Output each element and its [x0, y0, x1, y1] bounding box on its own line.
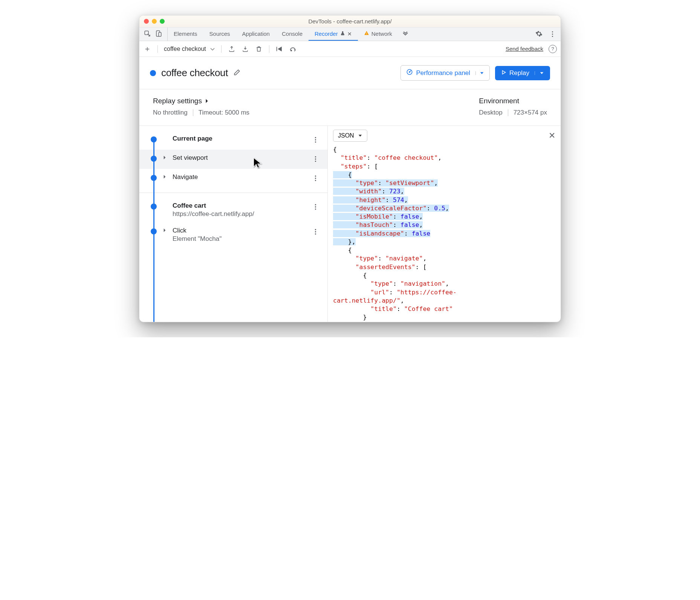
tab-application[interactable]: Application [236, 28, 276, 41]
env-size: 723×574 px [514, 109, 547, 116]
steps-panel: Current pageSet viewportNavigateCoffee c… [139, 126, 328, 322]
svg-point-20 [315, 229, 316, 230]
settings-gear-icon[interactable] [535, 30, 543, 38]
step-over-icon[interactable] [275, 46, 284, 52]
expand-step-icon[interactable] [163, 228, 167, 233]
tab-console[interactable]: Console [276, 28, 309, 41]
send-feedback-link[interactable]: Send feedback [506, 46, 543, 52]
gauge-icon [406, 69, 413, 77]
inspect-element-icon[interactable] [144, 30, 151, 38]
import-icon[interactable] [241, 46, 249, 52]
step-menu-icon[interactable] [315, 175, 322, 184]
step-title: Coffee cart [173, 202, 309, 210]
replay-button[interactable]: Replay [495, 66, 550, 80]
tabs-overflow[interactable] [398, 28, 413, 41]
device-toggle-icon[interactable] [155, 30, 162, 38]
timeout-value: Timeout: 5000 ms [199, 109, 249, 116]
warning-icon [364, 31, 369, 37]
recording-status-dot [150, 70, 156, 76]
step-title: Current page [173, 135, 309, 142]
throttling-value: No throttling [153, 109, 188, 116]
edit-title-icon[interactable] [233, 69, 241, 78]
step-menu-icon[interactable] [315, 156, 322, 164]
env-device: Desktop [479, 109, 502, 116]
new-recording-button[interactable]: ＋ [143, 44, 151, 54]
step-title: Set viewport [173, 154, 309, 162]
replay-dropdown[interactable] [535, 71, 544, 75]
perf-dropdown[interactable] [475, 71, 484, 75]
svg-point-11 [315, 156, 316, 158]
chevron-down-icon [210, 47, 215, 51]
svg-rect-2 [159, 32, 161, 37]
svg-point-9 [315, 139, 316, 140]
chevron-right-icon [205, 99, 209, 103]
svg-point-16 [315, 180, 316, 181]
close-code-panel-icon[interactable]: ✕ [549, 131, 555, 141]
export-icon[interactable] [228, 46, 236, 52]
step-menu-icon[interactable] [315, 204, 322, 212]
expand-step-icon[interactable] [163, 174, 167, 179]
tab-recorder[interactable]: Recorder ✕ [309, 28, 358, 41]
recording-title: coffee checkout [161, 67, 228, 79]
tab-sources[interactable]: Sources [203, 28, 236, 41]
svg-rect-3 [366, 32, 367, 34]
step-row[interactable]: Navigate [139, 169, 327, 188]
step-row[interactable]: Set viewport [139, 150, 327, 169]
expand-step-icon[interactable] [163, 155, 167, 160]
main-area: Current pageSet viewportNavigateCoffee c… [139, 126, 561, 322]
window-titlebar: DevTools - coffee-cart.netlify.app/ [139, 15, 561, 28]
kebab-menu-icon[interactable] [549, 31, 555, 37]
step-bullet [151, 204, 157, 210]
svg-rect-4 [366, 34, 367, 34]
svg-point-22 [315, 233, 316, 234]
svg-point-15 [315, 178, 316, 179]
play-icon [501, 69, 506, 77]
svg-point-7 [409, 72, 410, 72]
svg-point-18 [315, 206, 316, 207]
step-bullet [151, 175, 157, 181]
performance-panel-button[interactable]: Performance panel [400, 65, 490, 81]
delete-icon[interactable] [255, 46, 263, 52]
step-row[interactable]: ClickElement "Mocha" [139, 222, 327, 247]
svg-point-8 [315, 137, 316, 138]
step-subtitle: https://coffee-cart.netlify.app/ [173, 210, 309, 218]
recorder-toolbar: ＋ coffee checkout Send feedback ? [139, 41, 561, 57]
help-icon[interactable]: ? [549, 45, 557, 53]
svg-point-14 [315, 176, 316, 177]
step-title: Click [173, 227, 309, 234]
step-row[interactable]: Current page [139, 130, 327, 150]
code-body[interactable]: { "title": "coffee checkout", "steps": [… [328, 145, 561, 322]
devtools-window: DevTools - coffee-cart.netlify.app/ Elem… [139, 15, 561, 322]
code-panel: JSON ✕ { "title": "coffee checkout", "st… [328, 126, 561, 322]
recording-select[interactable]: coffee checkout [164, 46, 215, 52]
step-bullet [151, 156, 157, 162]
environment-heading: Environment [479, 97, 547, 105]
svg-point-21 [315, 231, 316, 232]
svg-point-17 [315, 204, 316, 205]
step-title: Navigate [173, 173, 309, 181]
svg-point-10 [315, 141, 316, 142]
svg-point-5 [291, 50, 292, 51]
window-title: DevTools - coffee-cart.netlify.app/ [139, 18, 561, 24]
step-row[interactable]: Coffee carthttps://coffee-cart.netlify.a… [139, 197, 327, 222]
step-icon[interactable] [289, 46, 297, 52]
step-bullet [151, 136, 157, 142]
chevron-down-icon [358, 134, 362, 138]
recording-header: coffee checkout Performance panel Replay [139, 57, 561, 89]
tab-network[interactable]: Network [358, 28, 398, 41]
recording-select-label: coffee checkout [164, 46, 206, 52]
svg-point-13 [315, 161, 316, 162]
close-tab-icon[interactable]: ✕ [347, 31, 352, 37]
flask-icon [340, 31, 345, 37]
recording-settings: Replay settings No throttling Timeout: 5… [139, 89, 561, 126]
step-bullet [151, 228, 157, 234]
devtools-tabs: Elements Sources Application Console Rec… [139, 28, 561, 41]
format-select[interactable]: JSON [333, 130, 367, 142]
step-menu-icon[interactable] [315, 228, 322, 237]
step-subtitle: Element "Mocha" [173, 235, 309, 243]
svg-point-19 [315, 208, 316, 210]
step-menu-icon[interactable] [315, 136, 322, 145]
svg-point-12 [315, 158, 316, 159]
tab-elements[interactable]: Elements [168, 28, 203, 41]
replay-settings-heading[interactable]: Replay settings [153, 97, 249, 105]
